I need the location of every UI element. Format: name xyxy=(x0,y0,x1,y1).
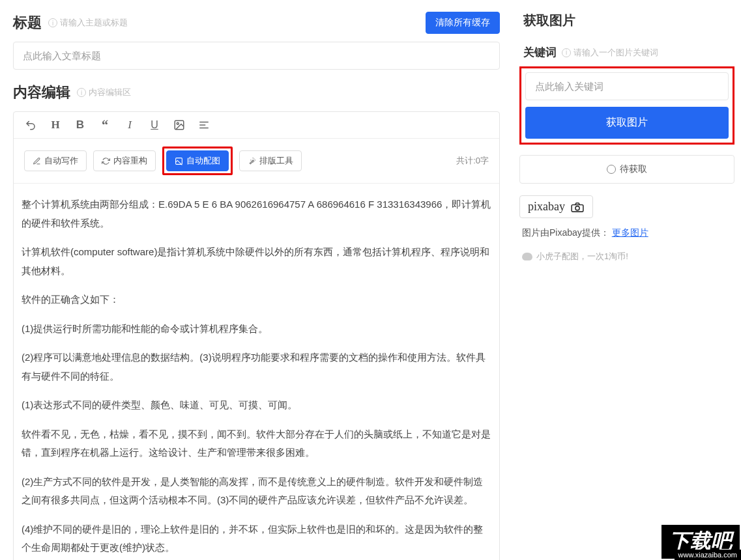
content-hint-text: 内容编辑区 xyxy=(89,87,131,98)
content-label: 内容编辑 xyxy=(13,83,70,102)
auto-image-button[interactable]: 自动配图 xyxy=(166,150,229,171)
content-hint: i 内容编辑区 xyxy=(77,87,131,98)
keyword-label: 关键词 xyxy=(523,45,557,60)
pixabay-text: pixabay xyxy=(528,200,565,213)
restructure-button[interactable]: 内容重构 xyxy=(93,150,156,171)
title-label: 标题 xyxy=(13,13,42,33)
paragraph: 计算机软件(computer software)是指计算机系统中除硬件以外的所有… xyxy=(22,243,491,280)
paragraph: (2)程序可以满意地处理信息的数据结构。(3)说明程序功能要求和程序需要的文档的… xyxy=(22,348,491,385)
info-icon: i xyxy=(48,18,57,27)
clear-cache-button[interactable]: 清除所有缓存 xyxy=(426,12,500,34)
pencil-icon xyxy=(33,157,41,165)
title-hint: i 请输入主题或标题 xyxy=(48,17,128,29)
quote-icon[interactable]: “ xyxy=(98,119,111,132)
info-icon: i xyxy=(77,88,86,97)
side-column: 获取图片 关键词 i 请输入一个图片关键词 获取图片 待获取 pixabay 图… xyxy=(513,0,741,560)
svg-point-1 xyxy=(177,122,179,124)
auto-write-button[interactable]: 自动写作 xyxy=(24,150,87,171)
tip-row: 小虎子配图，一次1淘币! xyxy=(519,251,734,262)
content-section-header: 内容编辑 i 内容编辑区 xyxy=(13,83,500,102)
underline-icon[interactable]: U xyxy=(148,119,161,132)
picture-icon xyxy=(175,157,183,165)
fetch-image-title: 获取图片 xyxy=(523,12,734,29)
pixabay-badge: pixabay xyxy=(519,195,593,218)
provider-text: 图片由Pixabay提供： xyxy=(522,227,609,238)
pending-label: 待获取 xyxy=(620,163,647,175)
italic-icon[interactable]: I xyxy=(123,119,136,132)
paragraph: (1)提供运行时所需功能和性能的命令或计算机程序集合。 xyxy=(22,320,491,339)
pending-status: 待获取 xyxy=(519,155,734,184)
watermark-url: www.xiazaiba.com xyxy=(675,550,741,560)
char-count: 共计:0字 xyxy=(456,155,489,167)
auto-image-label: 自动配图 xyxy=(186,155,220,167)
more-images-link[interactable]: 更多图片 xyxy=(612,227,648,238)
layout-tool-button[interactable]: 排版工具 xyxy=(239,150,302,171)
main-column: 标题 i 请输入主题或标题 清除所有缓存 内容编辑 i 内容编辑区 H B “ … xyxy=(0,0,513,560)
image-icon[interactable] xyxy=(173,119,186,132)
keyword-hint: i 请输入一个图片关键词 xyxy=(562,47,658,59)
bold-icon[interactable]: B xyxy=(74,119,87,132)
paragraph: (2)生产方式不同的软件是开发，是人类智能的高发挥，而不是传统意义上的硬件制造。… xyxy=(22,473,491,510)
editor: H B “ I U 自动写作 内容重构 xyxy=(13,111,500,560)
restructure-label: 内容重构 xyxy=(113,155,147,167)
highlight-auto-image: 自动配图 xyxy=(162,147,233,175)
auto-write-label: 自动写作 xyxy=(44,155,78,167)
paragraph: (1)表达形式不同的硬件类型、颜色、味道、可见、可摸、可闻。 xyxy=(22,396,491,415)
svg-point-7 xyxy=(575,206,579,210)
align-left-icon[interactable] xyxy=(197,119,211,132)
provider-row: 图片由Pixabay提供： 更多图片 xyxy=(519,227,734,239)
tip-text: 小虎子配图，一次1淘币! xyxy=(536,251,628,262)
title-section-header: 标题 i 请输入主题或标题 清除所有缓存 xyxy=(13,12,500,34)
heading-icon[interactable]: H xyxy=(49,119,62,132)
camera-icon xyxy=(570,202,585,212)
fetch-image-button[interactable]: 获取图片 xyxy=(525,107,729,139)
keyword-row: 关键词 i 请输入一个图片关键词 xyxy=(523,45,734,60)
info-icon: i xyxy=(562,48,571,57)
title-hint-text: 请输入主题或标题 xyxy=(60,17,128,29)
undo-icon[interactable] xyxy=(24,119,37,132)
layout-tool-label: 排版工具 xyxy=(259,155,293,167)
paragraph: 整个计算机系统由两部分组成：E.69DA 5 E 6 BA 9062616964… xyxy=(22,195,491,232)
paragraph: (4)维护不同的硬件是旧的，理论上软件是旧的，并不坏，但实际上软件也是旧的和坏的… xyxy=(22,520,491,557)
keyword-input[interactable] xyxy=(525,72,729,100)
format-toolbar: H B “ I U xyxy=(14,112,499,139)
keyword-hint-text: 请输入一个图片关键词 xyxy=(574,47,658,59)
highlight-keyword-box: 获取图片 xyxy=(519,66,734,145)
wand-icon xyxy=(248,157,256,165)
paragraph: 软件的正确含义如下： xyxy=(22,290,491,309)
circle-icon xyxy=(607,165,616,174)
editor-content[interactable]: 整个计算机系统由两部分组成：E.69DA 5 E 6 BA 9062616964… xyxy=(14,184,499,560)
refresh-icon xyxy=(102,157,110,165)
paragraph: 软件看不见，无色，枯燥，看不见，摸不到，闻不到。软件大部分存在于人们的头脑或纸上… xyxy=(22,425,491,462)
article-title-input[interactable] xyxy=(13,42,500,70)
cloud-icon xyxy=(522,253,532,260)
action-toolbar: 自动写作 内容重构 自动配图 排版工具 共计:0字 xyxy=(14,139,499,184)
